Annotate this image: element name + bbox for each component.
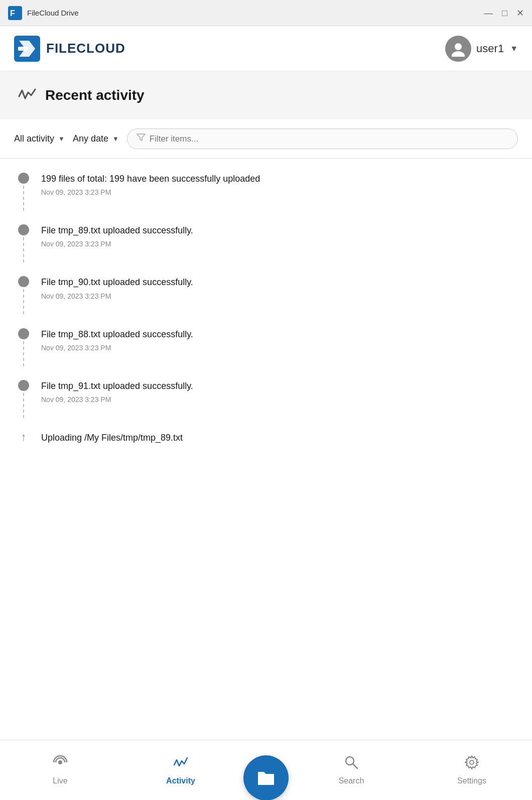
activity-message: File tmp_89.txt uploaded successfully. — [41, 224, 514, 237]
activity-item-indicator — [18, 224, 29, 235]
all-activity-arrow: ▼ — [58, 135, 65, 143]
svg-rect-8 — [258, 775, 274, 785]
activity-item-indicator — [18, 380, 29, 391]
activity-connector-line — [23, 341, 24, 366]
nav-item-live[interactable]: Live — [0, 740, 120, 800]
any-date-label: Any date — [73, 134, 108, 144]
activity-content: File tmp_89.txt uploaded successfully.No… — [41, 224, 514, 248]
user-area[interactable]: user1 ▼ — [445, 36, 518, 62]
activity-dot — [18, 276, 29, 287]
svg-point-5 — [455, 43, 462, 50]
filter-bar: All activity ▼ Any date ▼ — [0, 119, 532, 159]
avatar — [445, 36, 471, 62]
files-center-button[interactable] — [243, 755, 289, 801]
title-bar-controls: — □ ✕ — [484, 9, 524, 18]
all-activity-dropdown[interactable]: All activity ▼ — [14, 134, 65, 144]
activity-timestamp: Nov 09, 2023 3:23 PM — [41, 188, 514, 196]
svg-rect-4 — [18, 47, 28, 51]
activity-item-indicator: ↑ — [18, 432, 29, 443]
activity-dot — [18, 328, 29, 339]
activity-dot — [18, 173, 29, 184]
activity-timestamp: Nov 09, 2023 3:23 PM — [41, 292, 514, 300]
all-activity-label: All activity — [14, 134, 54, 144]
bottom-nav: Live Activity Search — [0, 740, 532, 800]
nav-item-search[interactable]: Search — [291, 740, 412, 800]
activity-item: ↑Uploading /My Files/tmp/tmp_89.txt — [0, 418, 532, 458]
app-header: FILECLOUD user1 ▼ — [0, 26, 532, 71]
activity-content: 199 files of total: 199 have been succes… — [41, 173, 514, 196]
any-date-arrow: ▼ — [112, 135, 119, 143]
activity-item: File tmp_90.txt uploaded successfully.No… — [0, 262, 532, 314]
activity-content: File tmp_90.txt uploaded successfully.No… — [41, 276, 514, 300]
activity-list: 199 files of total: 199 have been succes… — [0, 159, 532, 740]
title-bar-text: FileCloud Drive — [27, 9, 484, 17]
activity-connector-line — [23, 393, 24, 418]
filter-input[interactable] — [150, 134, 508, 144]
maximize-button[interactable]: □ — [502, 9, 507, 18]
logo-text: FILECLOUD — [46, 41, 125, 56]
minimize-button[interactable]: — — [484, 9, 493, 18]
activity-item-indicator — [18, 276, 29, 287]
title-bar: F FileCloud Drive — □ ✕ — [0, 0, 532, 26]
settings-nav-icon — [464, 755, 479, 773]
activity-item-indicator — [18, 328, 29, 339]
nav-item-settings[interactable]: Settings — [412, 740, 532, 800]
nav-activity-label: Activity — [166, 776, 195, 785]
activity-upload-arrow: ↑ — [18, 432, 29, 443]
svg-point-7 — [58, 760, 62, 764]
user-dropdown-arrow: ▼ — [510, 44, 518, 53]
activity-nav-icon — [173, 755, 188, 773]
any-date-dropdown[interactable]: Any date ▼ — [73, 134, 119, 144]
live-icon — [53, 755, 68, 773]
activity-content: File tmp_88.txt uploaded successfully.No… — [41, 328, 514, 352]
nav-search-label: Search — [339, 776, 364, 785]
svg-line-10 — [353, 764, 357, 768]
logo-area: FILECLOUD — [14, 36, 445, 62]
activity-connector-line — [23, 237, 24, 262]
nav-settings-label: Settings — [457, 776, 486, 785]
activity-message: File tmp_90.txt uploaded successfully. — [41, 276, 514, 289]
activity-message: 199 files of total: 199 have been succes… — [41, 173, 514, 185]
activity-connector-line — [23, 186, 24, 211]
section-header: Recent activity — [0, 71, 532, 119]
nav-item-activity[interactable]: Activity — [120, 740, 241, 800]
filecloud-logo-icon — [14, 36, 40, 62]
activity-item: File tmp_89.txt uploaded successfully.No… — [0, 210, 532, 262]
activity-timestamp: Nov 09, 2023 3:23 PM — [41, 344, 514, 352]
activity-item: 199 files of total: 199 have been succes… — [0, 159, 532, 210]
activity-item-indicator — [18, 173, 29, 184]
activity-dot — [18, 380, 29, 391]
activity-message: Uploading /My Files/tmp/tmp_89.txt — [41, 432, 514, 444]
activity-content: File tmp_91.txt uploaded successfully.No… — [41, 380, 514, 404]
activity-item: File tmp_88.txt uploaded successfully.No… — [0, 314, 532, 366]
activity-dot — [18, 224, 29, 235]
activity-timestamp: Nov 09, 2023 3:23 PM — [41, 395, 514, 404]
app-icon: F — [8, 6, 22, 20]
svg-point-11 — [470, 760, 474, 764]
activity-connector-line — [23, 289, 24, 314]
filter-input-wrap[interactable] — [127, 128, 518, 149]
recent-activity-icon — [18, 85, 36, 105]
activity-message: File tmp_88.txt uploaded successfully. — [41, 328, 514, 341]
svg-text:F: F — [10, 9, 15, 18]
svg-point-6 — [452, 51, 465, 57]
nav-live-label: Live — [53, 776, 67, 785]
search-nav-icon — [344, 755, 359, 773]
username-label: user1 — [476, 42, 504, 55]
activity-timestamp: Nov 09, 2023 3:23 PM — [41, 240, 514, 248]
activity-item: File tmp_91.txt uploaded successfully.No… — [0, 366, 532, 418]
section-title: Recent activity — [45, 87, 145, 103]
filter-funnel-icon — [137, 133, 146, 145]
activity-content: Uploading /My Files/tmp/tmp_89.txt — [41, 432, 514, 444]
activity-message: File tmp_91.txt uploaded successfully. — [41, 380, 514, 392]
close-button[interactable]: ✕ — [516, 9, 524, 18]
